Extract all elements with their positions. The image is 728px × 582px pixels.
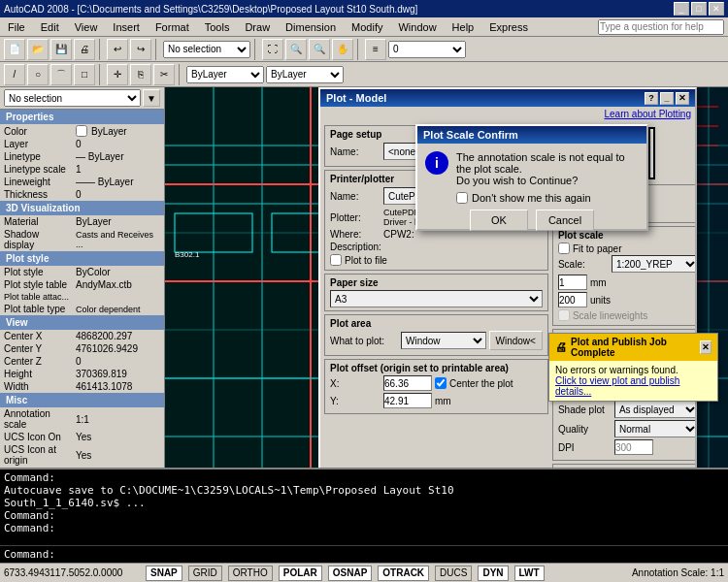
scale-input1[interactable] bbox=[558, 275, 587, 290]
undo-btn[interactable]: ↩ bbox=[107, 39, 128, 60]
maximize-button[interactable]: □ bbox=[691, 2, 707, 16]
title-bar: AutoCAD 2008 - [C:\Documents and Setting… bbox=[0, 0, 728, 17]
plot-offset-x-input[interactable] bbox=[383, 375, 432, 391]
scale-ok-btn[interactable]: OK bbox=[470, 210, 528, 231]
command-input[interactable] bbox=[55, 548, 724, 561]
selection-dropdown[interactable]: No selection bbox=[163, 41, 250, 58]
move-btn[interactable]: ✛ bbox=[107, 64, 128, 85]
publish-close-btn[interactable]: ✕ bbox=[700, 340, 711, 354]
learn-plotting-link[interactable]: Learn about Plotting bbox=[320, 107, 695, 121]
plot-offset-x-row: X: Center the plot bbox=[330, 375, 543, 391]
center-plot-checkbox[interactable] bbox=[435, 377, 447, 389]
y-label: Y: bbox=[330, 396, 381, 406]
zoom-in-btn[interactable]: 🔍 bbox=[285, 39, 307, 60]
ortho-toggle[interactable]: ORTHO bbox=[228, 566, 273, 581]
scale-confirm-title-text: Plot Scale Confirm bbox=[423, 129, 518, 141]
scale-select[interactable]: 1:200_YREP bbox=[612, 255, 695, 273]
print-btn[interactable]: 🖨 bbox=[74, 39, 95, 60]
pan-btn[interactable]: ✋ bbox=[332, 39, 353, 60]
help-search-input[interactable] bbox=[598, 19, 724, 35]
arc-btn[interactable]: ⌒ bbox=[50, 64, 72, 85]
menu-view[interactable]: View bbox=[71, 19, 102, 35]
osnap-toggle[interactable]: OSNAP bbox=[328, 566, 373, 581]
quality-select[interactable]: Normal bbox=[614, 420, 695, 437]
bylayer-checkbox[interactable] bbox=[76, 125, 87, 137]
drawing-area[interactable]: B267 B268 B269 B270 B1069 B1081 B302.1 T… bbox=[165, 87, 728, 468]
dpi-label: DPI bbox=[558, 442, 612, 453]
plot-scale-group: Plot scale Fit to paper Scale: 1:200_YRE… bbox=[552, 226, 695, 326]
menu-modify[interactable]: Modify bbox=[347, 19, 386, 35]
scale-confirm-title: Plot Scale Confirm bbox=[417, 126, 646, 144]
minimize-button[interactable]: _ bbox=[674, 2, 689, 16]
dont-show-checkbox[interactable] bbox=[456, 192, 468, 204]
zoom-extents-btn[interactable]: ⛶ bbox=[262, 39, 283, 60]
paper-size-select[interactable]: A3 bbox=[330, 290, 543, 307]
menu-draw[interactable]: Draw bbox=[241, 19, 274, 35]
close-button[interactable]: ✕ bbox=[709, 2, 724, 16]
new-btn[interactable]: 📄 bbox=[4, 39, 25, 60]
menu-tools[interactable]: Tools bbox=[201, 19, 234, 35]
scale-lineweights-checkbox[interactable] bbox=[558, 309, 570, 321]
trim-btn[interactable]: ✂ bbox=[153, 64, 175, 85]
menu-file[interactable]: File bbox=[4, 19, 29, 35]
sep5 bbox=[99, 64, 103, 85]
menu-format[interactable]: Format bbox=[151, 19, 193, 35]
snap-toggle[interactable]: SNAP bbox=[146, 566, 182, 581]
menu-express[interactable]: Express bbox=[485, 19, 532, 35]
what-to-plot-label: What to plot: bbox=[330, 336, 398, 346]
command-area[interactable]: Command: Autocuave save to C:\DOCUME~1\C… bbox=[0, 468, 728, 545]
sep1 bbox=[99, 39, 103, 60]
menu-help[interactable]: Help bbox=[448, 19, 479, 35]
info-icon: i bbox=[425, 151, 448, 175]
polar-toggle[interactable]: POLAR bbox=[279, 566, 322, 581]
cx-row: Center X 4868200.297 bbox=[0, 330, 164, 342]
what-to-plot-select[interactable]: Window bbox=[401, 332, 486, 349]
circle-btn[interactable]: ○ bbox=[27, 64, 49, 85]
shade-plot-row: Shade plot As displayed bbox=[558, 401, 695, 418]
plot-offset-y-input[interactable] bbox=[383, 393, 432, 408]
menu-window[interactable]: Window bbox=[394, 19, 440, 35]
plot-minimize-btn[interactable]: _ bbox=[660, 92, 674, 105]
publish-notif-body: No errors or warnings found. Click to vi… bbox=[549, 361, 717, 401]
plot-to-file-checkbox[interactable] bbox=[330, 254, 342, 266]
command-history-3: South_1_1_6140.sv$ ... bbox=[4, 497, 724, 509]
publish-details-link[interactable]: Click to view plot and publish details..… bbox=[555, 375, 711, 397]
copy-btn[interactable]: ⎘ bbox=[130, 64, 151, 85]
publish-notification: 🖨 Plot and Publish Job Complete ✕ No err… bbox=[548, 333, 718, 402]
save-btn[interactable]: 💾 bbox=[50, 39, 72, 60]
menu-insert[interactable]: Insert bbox=[109, 19, 144, 35]
linetype-dropdown[interactable]: ByLayer bbox=[266, 66, 344, 83]
window-btn[interactable]: Window< bbox=[489, 331, 543, 350]
scale-input2[interactable] bbox=[558, 292, 587, 307]
otrack-toggle[interactable]: OTRACK bbox=[378, 566, 429, 581]
plot-help-btn[interactable]: ? bbox=[645, 92, 658, 105]
dyn-toggle[interactable]: DYN bbox=[478, 566, 508, 581]
lwt-toggle[interactable]: LWT bbox=[514, 566, 545, 581]
thickness-row: Thickness 0 bbox=[0, 188, 164, 201]
center-plot-label: Center the plot bbox=[449, 378, 513, 389]
redo-btn[interactable]: ↪ bbox=[130, 39, 151, 60]
ducs-toggle[interactable]: DUCS bbox=[435, 566, 472, 581]
toolbar-row-1: 📄 📂 💾 🖨 ↩ ↪ No selection ⛶ 🔍 🔍 ✋ ≡ 0 bbox=[0, 37, 728, 62]
menu-dimension[interactable]: Dimension bbox=[281, 19, 340, 35]
layer-btn[interactable]: ≡ bbox=[365, 39, 386, 60]
line-btn[interactable]: / bbox=[4, 64, 25, 85]
scale-cancel-btn[interactable]: Cancel bbox=[536, 210, 594, 231]
grid-toggle[interactable]: GRID bbox=[188, 566, 222, 581]
selection-list-dropdown[interactable]: No selection bbox=[4, 89, 141, 107]
open-btn[interactable]: 📂 bbox=[27, 39, 49, 60]
rect-btn[interactable]: □ bbox=[74, 64, 95, 85]
plot-dialog-title: Plot - Model ? _ ✕ bbox=[320, 89, 695, 107]
where-value: CPW2: bbox=[383, 229, 414, 240]
shade-plot-select[interactable]: As displayed bbox=[614, 401, 695, 418]
fit-paper-checkbox[interactable] bbox=[558, 242, 570, 254]
layer-dropdown[interactable]: 0 bbox=[388, 41, 466, 58]
scale-confirm-text: The annotation scale is not equal to the… bbox=[456, 151, 639, 186]
color-dropdown[interactable]: ByLayer bbox=[186, 66, 264, 83]
menu-edit[interactable]: Edit bbox=[37, 19, 63, 35]
plot-file-row: Plot to file bbox=[330, 254, 543, 266]
desc-row: Description: bbox=[330, 242, 543, 252]
zoom-out-btn[interactable]: 🔍 bbox=[309, 39, 330, 60]
properties-toggle-btn[interactable]: ▼ bbox=[143, 89, 160, 107]
plot-close-btn[interactable]: ✕ bbox=[676, 92, 689, 105]
